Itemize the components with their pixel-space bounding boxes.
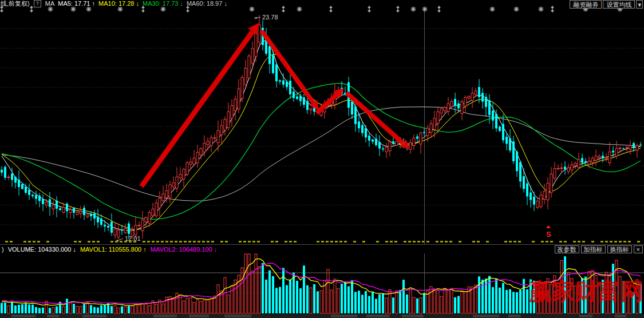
date-axis-clipped-text: [591, 241, 594, 243]
candle-body-up: [536, 201, 539, 207]
date-axis-clipped-text: [564, 241, 567, 243]
close-indicator-icon[interactable]: ×: [634, 245, 643, 253]
date-axis-clipped-text: [317, 241, 319, 243]
date-axis-clipped-text: [289, 241, 292, 243]
volume-bar-up: [155, 304, 157, 313]
candle-body-down: [581, 158, 583, 162]
candle-body-down: [4, 167, 6, 178]
volume-bar-down: [481, 280, 484, 313]
volume-bar-up: [117, 308, 120, 313]
date-axis-clipped-text: [344, 241, 347, 243]
candle-body-down: [584, 161, 587, 162]
event-pin-icon: [437, 10, 441, 13]
kline-chart-canvas: 23.7812.01S: [0, 0, 644, 318]
bottom-axis-clipped-text: [11, 315, 36, 317]
volume-bar-down: [402, 280, 405, 313]
bottom-axis-clipped-text: [224, 315, 251, 317]
volume-bar-down: [110, 306, 113, 313]
date-axis-clipped-text: [573, 241, 576, 243]
candle-body-up: [396, 141, 398, 145]
candle-body-up: [413, 138, 415, 145]
volume-bar-up: [186, 298, 188, 313]
volume-bar-down: [365, 291, 367, 313]
volume-bar-down: [296, 281, 298, 313]
volume-panel-header: ) VOLUME: 104330.000 ↓ MAVOL1: 110555.80…: [0, 244, 644, 253]
candle-body-up: [543, 192, 546, 200]
date-axis-clipped-text: [152, 241, 155, 243]
volume-bar-down: [293, 273, 295, 313]
candle-body-up: [426, 128, 429, 136]
candle-body-up: [179, 174, 181, 178]
volume-bar-down: [354, 292, 357, 313]
candle-body-up: [124, 228, 127, 233]
date-axis-clipped-text: [541, 241, 544, 243]
volume-bar-up: [7, 305, 10, 313]
volume-bar-down: [317, 291, 319, 313]
date-axis-clipped-text: [600, 241, 603, 243]
volume-bar-up: [258, 267, 260, 313]
change-params-button[interactable]: 改参数: [555, 245, 579, 253]
volume-bar-down: [313, 284, 315, 313]
bottom-axis-clipped-text: [402, 315, 423, 317]
volume-bar-up: [76, 307, 78, 313]
candle-body-up: [227, 112, 230, 128]
candle-body-down: [42, 199, 44, 204]
date-axis-clipped-text: [220, 241, 223, 243]
candle-body-down: [299, 96, 302, 101]
candle-body-up: [69, 209, 72, 212]
event-pin-icon: [368, 10, 371, 13]
volume-bar-up: [461, 291, 463, 313]
switch-indicator-button[interactable]: 换指标: [607, 245, 632, 253]
volume-bar-up: [114, 306, 116, 313]
date-axis-clipped-text: [610, 241, 613, 243]
volume-bar-down: [351, 280, 353, 313]
candle-body-down: [502, 124, 504, 141]
candle-body-up: [145, 217, 147, 222]
volume-bar-down: [49, 308, 51, 313]
candle-body-down: [59, 208, 61, 210]
candle-body-down: [128, 224, 130, 234]
ma-settings-dropdown-caret[interactable]: ▾: [636, 0, 643, 9]
candle-body-down: [523, 176, 525, 189]
date-axis-clipped-text: [225, 241, 228, 243]
candle-body-up: [451, 101, 453, 106]
bottom-axis-clipped-text: [189, 315, 209, 317]
date-axis-clipped-text: [518, 241, 521, 243]
candle-body-up: [52, 205, 54, 209]
candle-body-down: [18, 180, 20, 187]
candle-body-down: [481, 93, 484, 101]
volume-bar-up: [210, 299, 212, 313]
add-indicator-button[interactable]: 加指标: [581, 245, 606, 253]
date-axis-clipped-text: [74, 241, 77, 243]
volume-bar-up: [385, 298, 388, 313]
candle-body-down: [28, 190, 30, 195]
candle-body-down: [423, 132, 425, 133]
help-icon[interactable]: ?: [34, 0, 41, 7]
bottom-axis-clipped-text: [47, 315, 59, 317]
candle-body-up: [159, 198, 161, 208]
date-axis-clipped-text: [326, 241, 329, 243]
volume-bar-up: [86, 302, 89, 313]
volume-bar-down: [83, 304, 85, 313]
candle-body-up: [615, 148, 618, 156]
candle-body-down: [121, 230, 123, 230]
date-axis-clipped-text: [294, 241, 297, 243]
date-axis-clipped-text: [426, 241, 429, 243]
volume-bar-down: [341, 284, 343, 313]
candle-body-down: [306, 101, 309, 110]
volume-bar-down: [28, 304, 30, 313]
candle-body-up: [591, 158, 594, 162]
candle-body-up: [440, 109, 442, 113]
candle-body-down: [639, 145, 642, 145]
volume-bar-down: [392, 297, 394, 313]
candle-body-up: [437, 112, 439, 123]
margin-trading-button[interactable]: 融资融券: [570, 0, 602, 9]
volume-bar-up: [471, 287, 473, 313]
candle-body-down: [416, 137, 418, 139]
candle-body-up: [433, 118, 436, 129]
ma-settings-button[interactable]: 设置均线: [603, 0, 635, 9]
date-axis-clipped-text: [417, 241, 420, 243]
bottom-axis-clipped-text: [331, 315, 357, 317]
date-axis-clipped-text: [193, 241, 196, 243]
candle-body-up: [7, 177, 10, 177]
